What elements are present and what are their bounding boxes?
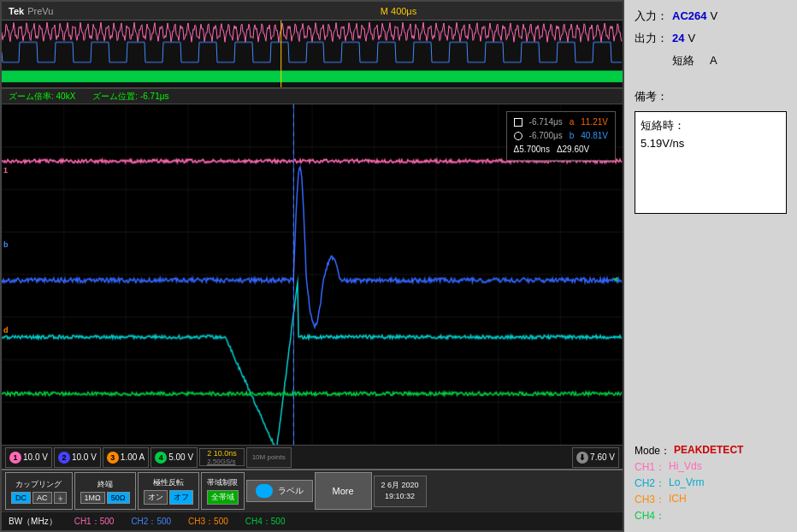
meas-row-delta: Δ5.700ns Δ29.60V bbox=[514, 143, 608, 157]
ch1-desc-row: CH1： Hi_Vds bbox=[635, 460, 787, 475]
input-label: 入力： bbox=[635, 9, 669, 24]
bandwidth-label: 帯域制限 bbox=[207, 477, 238, 488]
input-value: AC264 bbox=[672, 9, 706, 22]
bandwidth-full-btn[interactable]: 全帯域 bbox=[207, 490, 239, 505]
date-time-display: 2 6月 2020 19:10:32 bbox=[374, 476, 427, 507]
delta-val: Δ29.60V bbox=[557, 143, 589, 157]
note-title: 短絡時： bbox=[641, 117, 781, 135]
note-content: 5.19V/ns bbox=[641, 135, 781, 153]
invert-on-btn[interactable]: オン bbox=[144, 490, 168, 505]
coupling-dc-btn[interactable]: DC bbox=[11, 492, 31, 504]
ch4-desc-label: CH4： bbox=[635, 509, 665, 523]
channel-settings-bar: 1 10.0 V 2 10.0 V 3 1.00 A 4 5.00 V 2 10… bbox=[2, 445, 623, 469]
cursor-vertical bbox=[293, 104, 294, 445]
ch3-marker: d bbox=[3, 326, 9, 334]
meas-row-a: -6.714μs a 11.21V bbox=[514, 115, 608, 129]
ch4-setting[interactable]: 4 5.00 V bbox=[151, 447, 198, 468]
controls-bar: カップリング DC AC ⏚ 終端 1MΩ 50Ω 極性反転 オン オフ 帯域制… bbox=[2, 469, 623, 511]
sample-rate: 2.50GS/s bbox=[207, 458, 237, 465]
ch1-number: 1 bbox=[9, 452, 21, 464]
oscilloscope-panel: Tek PreVu M 400μs ズーム倍率: 40kX ズーム位置: -6.… bbox=[0, 0, 624, 532]
overview-canvas bbox=[2, 21, 623, 87]
invert-group: 極性反転 オン オフ bbox=[138, 472, 199, 510]
overview-strip bbox=[2, 21, 623, 89]
zoom-info-bar: ズーム倍率: 40kX ズーム位置: -6.71μs bbox=[2, 89, 623, 104]
time-div-value: 2 10.0ns bbox=[207, 449, 237, 458]
label-indicator bbox=[256, 484, 273, 498]
term-1m-btn[interactable]: 1MΩ bbox=[80, 492, 105, 504]
note-box: 短絡時： 5.19V/ns bbox=[635, 111, 787, 214]
term-50-btn[interactable]: 50Ω bbox=[107, 492, 130, 504]
ch2-desc-row: CH2： Lo_Vrm bbox=[635, 476, 787, 491]
coupling-buttons: DC AC ⏚ bbox=[11, 492, 67, 504]
ch4-marker-right: ◄ bbox=[611, 275, 619, 283]
ch2-desc-label: CH2： bbox=[635, 476, 665, 491]
cursor-a-time: -6.714μs bbox=[529, 115, 563, 129]
ch1-desc-value: Hi_Vds bbox=[669, 460, 702, 475]
termination-buttons: 1MΩ 50Ω bbox=[80, 492, 130, 504]
ch1-marker: 1 bbox=[3, 166, 8, 174]
short-label-text: 短絡 bbox=[672, 53, 706, 68]
points-display: 10M points bbox=[246, 447, 292, 468]
ch-right-val-display[interactable]: ⬇ 7.60 V bbox=[572, 447, 619, 468]
short-row: 短絡 A bbox=[635, 53, 787, 68]
zoom-position: ズーム位置: -6.71μs bbox=[92, 91, 168, 103]
delta-time: Δ5.700ns bbox=[514, 143, 550, 157]
ch3-desc-value: ICH bbox=[669, 493, 687, 507]
cursor-b-time: -6.700μs bbox=[529, 129, 563, 143]
bw-row: BW（MHz） CH1：500 CH2：500 CH3：500 CH4：500 bbox=[2, 511, 623, 530]
coupling-gnd-btn[interactable]: ⏚ bbox=[54, 492, 67, 504]
bw-label: BW（MHz） bbox=[9, 516, 57, 528]
ch-right-icon: ⬇ bbox=[576, 452, 588, 464]
ch1-setting[interactable]: 1 10.0 V bbox=[5, 447, 52, 468]
ch2-marker: b bbox=[3, 240, 9, 249]
more-button[interactable]: More bbox=[315, 472, 372, 510]
info-panel: 入力： AC264 V 出力： 24 V 短絡 A 備考： 短絡時： 5.19V… bbox=[624, 0, 797, 532]
coupling-ac-btn[interactable]: AC bbox=[32, 492, 52, 504]
meas-row-b: -6.700μs b 40.81V bbox=[514, 129, 608, 143]
input-row: 入力： AC264 V bbox=[635, 9, 787, 24]
ch3-setting[interactable]: 3 1.00 A bbox=[103, 447, 149, 468]
ch2-setting[interactable]: 2 10.0 V bbox=[54, 447, 101, 468]
termination-label: 終端 bbox=[97, 479, 113, 490]
ch3-number: 3 bbox=[107, 452, 119, 464]
invert-buttons: オン オフ bbox=[144, 490, 193, 505]
coupling-group: カップリング DC AC ⏚ bbox=[5, 472, 73, 510]
time-position: M 400μs bbox=[381, 6, 416, 16]
label-button[interactable]: ラベル bbox=[246, 480, 313, 502]
ch2-value: 10.0 V bbox=[72, 452, 97, 462]
ch3-value: 1.00 A bbox=[121, 452, 145, 462]
ch2-number: 2 bbox=[58, 452, 70, 464]
time-value: 19:10:32 bbox=[381, 491, 419, 503]
ch-right-value: 7.60 V bbox=[590, 452, 615, 462]
output-row: 出力： 24 V bbox=[635, 31, 787, 46]
note-section-label: 備考： bbox=[635, 89, 787, 104]
zoom-rate: ズーム倍率: 40kX bbox=[9, 91, 75, 103]
cursor-a-icon bbox=[514, 118, 522, 127]
bw-ch1: CH1：500 bbox=[74, 516, 115, 528]
waveform-area: -6.714μs a 11.21V -6.700μs b 40.81V Δ5.7… bbox=[2, 104, 623, 445]
mode-value: PEAKDETECT bbox=[674, 444, 743, 458]
time-div-display[interactable]: 2 10.0ns 2.50GS/s bbox=[199, 448, 245, 466]
cursor-a-value: 11.21V bbox=[581, 115, 608, 129]
points-value: 10M points bbox=[252, 453, 286, 461]
ch3-desc-label: CH3： bbox=[635, 493, 665, 507]
ch4-number: 4 bbox=[155, 452, 167, 464]
coupling-label: カップリング bbox=[15, 479, 62, 490]
cursor-a-label: a bbox=[570, 115, 575, 129]
invert-off-btn[interactable]: オフ bbox=[169, 490, 193, 505]
measurement-box: -6.714μs a 11.21V -6.700μs b 40.81V Δ5.7… bbox=[506, 111, 616, 161]
cursor-b-icon bbox=[514, 132, 522, 140]
ch2-desc-value: Lo_Vrm bbox=[669, 476, 705, 491]
bandwidth-group: 帯域制限 全帯域 bbox=[201, 472, 245, 510]
ch1-value: 10.0 V bbox=[23, 452, 48, 462]
mode-label: Mode： bbox=[635, 444, 670, 458]
output-unit: V bbox=[688, 32, 695, 44]
label-button-text: ラベル bbox=[278, 485, 304, 497]
invert-label: 極性反転 bbox=[153, 477, 184, 488]
ch4-desc-row: CH4： bbox=[635, 509, 787, 523]
cursor-b-label: b bbox=[570, 129, 575, 143]
scope-subtitle: PreVu bbox=[27, 6, 53, 16]
output-label: 出力： bbox=[635, 31, 669, 46]
bw-ch4: CH4：500 bbox=[245, 516, 286, 528]
